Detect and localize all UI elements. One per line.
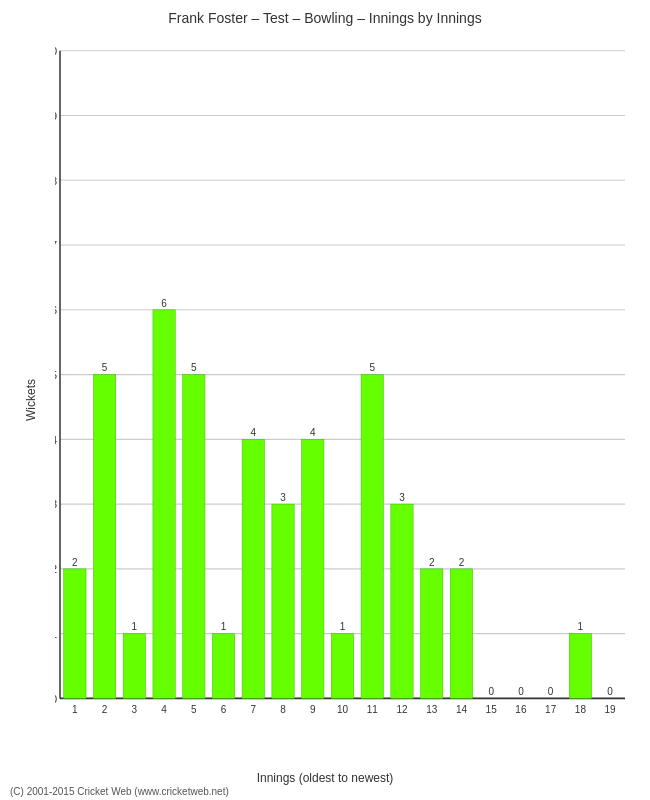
svg-text:15: 15 bbox=[486, 704, 497, 715]
svg-text:1: 1 bbox=[72, 704, 78, 715]
svg-text:7: 7 bbox=[55, 239, 57, 251]
y-axis-label: Wickets bbox=[24, 379, 38, 421]
svg-text:13: 13 bbox=[426, 704, 437, 715]
svg-text:17: 17 bbox=[545, 704, 556, 715]
svg-text:8: 8 bbox=[55, 174, 57, 186]
svg-rect-51 bbox=[331, 634, 353, 699]
svg-text:12: 12 bbox=[396, 704, 407, 715]
svg-text:3: 3 bbox=[55, 498, 57, 510]
svg-text:0: 0 bbox=[607, 686, 613, 697]
svg-text:2: 2 bbox=[102, 704, 108, 715]
svg-text:2: 2 bbox=[459, 556, 465, 567]
svg-text:1: 1 bbox=[55, 628, 57, 640]
svg-rect-42 bbox=[242, 439, 264, 698]
svg-rect-30 bbox=[123, 634, 145, 699]
svg-text:3: 3 bbox=[399, 492, 405, 503]
svg-text:3: 3 bbox=[280, 492, 286, 503]
svg-text:5: 5 bbox=[369, 362, 375, 373]
svg-text:8: 8 bbox=[280, 704, 286, 715]
svg-text:2: 2 bbox=[429, 556, 435, 567]
svg-text:6: 6 bbox=[161, 297, 167, 308]
svg-text:1: 1 bbox=[132, 621, 138, 632]
chart-svg: 0123456789102152136455164738491105113122… bbox=[55, 35, 630, 730]
svg-text:1: 1 bbox=[221, 621, 227, 632]
svg-text:10: 10 bbox=[337, 704, 348, 715]
svg-text:3: 3 bbox=[132, 704, 138, 715]
svg-text:18: 18 bbox=[575, 704, 586, 715]
svg-text:10: 10 bbox=[55, 45, 57, 57]
chart-container: Frank Foster – Test – Bowling – Innings … bbox=[0, 0, 650, 800]
copyright-text: (C) 2001-2015 Cricket Web (www.cricketwe… bbox=[10, 786, 229, 797]
svg-text:2: 2 bbox=[55, 563, 57, 575]
svg-text:19: 19 bbox=[605, 704, 616, 715]
x-axis-label: Innings (oldest to newest) bbox=[257, 771, 394, 785]
svg-rect-54 bbox=[361, 375, 383, 699]
svg-rect-63 bbox=[450, 569, 472, 699]
svg-text:0: 0 bbox=[548, 686, 554, 697]
svg-text:5: 5 bbox=[191, 704, 197, 715]
svg-rect-48 bbox=[302, 439, 324, 698]
svg-rect-27 bbox=[93, 375, 115, 699]
svg-text:5: 5 bbox=[191, 362, 197, 373]
svg-text:4: 4 bbox=[310, 427, 316, 438]
svg-text:0: 0 bbox=[488, 686, 494, 697]
svg-text:5: 5 bbox=[102, 362, 108, 373]
svg-text:1: 1 bbox=[340, 621, 346, 632]
svg-text:5: 5 bbox=[55, 369, 57, 381]
svg-rect-36 bbox=[183, 375, 205, 699]
svg-text:9: 9 bbox=[310, 704, 316, 715]
svg-text:1: 1 bbox=[578, 621, 584, 632]
svg-rect-60 bbox=[421, 569, 443, 699]
svg-text:6: 6 bbox=[221, 704, 227, 715]
svg-text:0: 0 bbox=[518, 686, 524, 697]
svg-rect-57 bbox=[391, 504, 413, 698]
svg-text:7: 7 bbox=[251, 704, 257, 715]
svg-rect-72 bbox=[569, 634, 591, 699]
svg-text:6: 6 bbox=[55, 304, 57, 316]
chart-area: 0123456789102152136455164738491105113122… bbox=[55, 35, 630, 730]
svg-text:2: 2 bbox=[72, 556, 78, 567]
svg-text:11: 11 bbox=[367, 704, 378, 715]
chart-title: Frank Foster – Test – Bowling – Innings … bbox=[0, 0, 650, 31]
svg-text:0: 0 bbox=[55, 692, 57, 704]
svg-rect-45 bbox=[272, 504, 294, 698]
svg-rect-33 bbox=[153, 310, 175, 699]
svg-text:4: 4 bbox=[161, 704, 167, 715]
svg-text:16: 16 bbox=[515, 704, 526, 715]
svg-text:14: 14 bbox=[456, 704, 467, 715]
svg-rect-24 bbox=[64, 569, 86, 699]
svg-text:4: 4 bbox=[251, 427, 257, 438]
svg-text:9: 9 bbox=[55, 110, 57, 122]
svg-text:4: 4 bbox=[55, 433, 57, 445]
svg-rect-39 bbox=[212, 634, 234, 699]
